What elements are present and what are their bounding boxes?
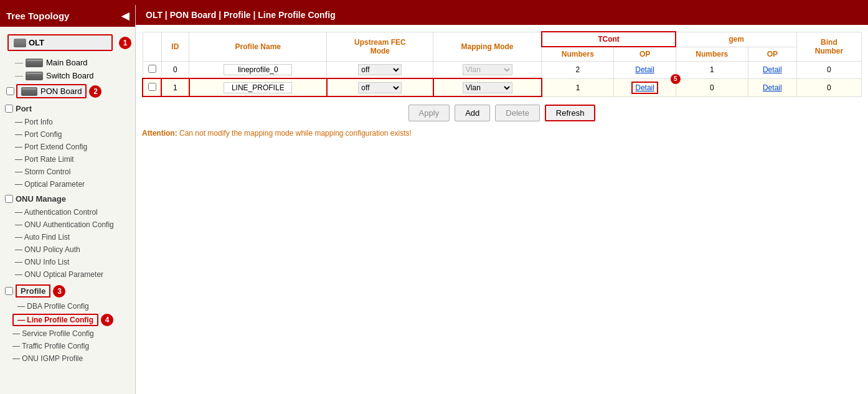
row1-mapping-select[interactable]: VlanGemPortTcontGem	[463, 82, 512, 93]
olt-icon	[14, 39, 26, 47]
col-gem-op-header: OP	[748, 47, 796, 62]
onu-section-header[interactable]: ONU Manage	[0, 192, 135, 206]
step-badge-1: 1	[119, 37, 131, 49]
col-gem-numbers-header: Numbers	[676, 47, 748, 62]
nav-item-port-info[interactable]: — Port Info	[0, 116, 135, 128]
row1-fec-cell: offon	[327, 78, 433, 96]
col-tcont-header: TCont	[542, 32, 676, 47]
col-gem-header: gem	[676, 32, 796, 47]
col-upstream-header: Upstream FECMode	[327, 32, 433, 62]
step-badge-2: 2	[89, 85, 101, 98]
switch-board-node[interactable]: — Switch Board	[0, 69, 135, 82]
row1-checkbox[interactable]	[148, 83, 156, 91]
olt-node[interactable]: OLT	[7, 34, 113, 51]
row0-mapping-select[interactable]: VlanGemPortTcontGem	[463, 64, 512, 75]
nav-item-auth-control[interactable]: — Authentication Control	[0, 206, 135, 218]
sidebar-title: Tree Topology	[6, 11, 69, 21]
row1-mapping-cell: VlanGemPortTcontGem	[433, 78, 542, 96]
nav-item-optical-param[interactable]: — Optical Parameter	[0, 178, 135, 190]
nav-item-igmp-profile[interactable]: — ONU IGMP Profile	[0, 352, 135, 365]
row0-gem-numbers-cell: 1	[676, 62, 748, 79]
row0-tcont-op-cell: Detail	[614, 62, 676, 79]
row1-checkbox-cell	[143, 78, 161, 96]
row0-checkbox[interactable]	[148, 65, 156, 73]
collapse-arrow-icon[interactable]: ◀	[121, 10, 129, 22]
row0-checkbox-cell	[143, 62, 161, 79]
pon-board-icon	[21, 87, 37, 96]
row1-tcont-detail-link[interactable]: Detail	[631, 82, 658, 94]
top-bar	[0, 0, 868, 5]
pon-board-checkbox[interactable]	[6, 87, 14, 95]
sidebar: Tree Topology ◀ OLT 1 — Main Board —	[0, 5, 136, 394]
row0-id-cell: 0	[161, 62, 189, 79]
content-area: OLT | PON Board | Profile | Line Profile…	[136, 5, 868, 394]
main-board-label: Main Board	[46, 58, 87, 67]
table-container: ID Profile Name Upstream FECMode Mapping…	[142, 31, 862, 97]
refresh-button[interactable]: Refresh	[545, 105, 596, 121]
delete-button[interactable]: Delete	[495, 105, 540, 121]
nav-item-onu-policy[interactable]: — ONU Policy Auth	[0, 243, 135, 256]
olt-label: OLT	[29, 38, 44, 47]
action-buttons: Apply Add Delete Refresh	[142, 105, 862, 121]
row1-bind-cell: 0	[796, 78, 861, 96]
col-checkbox-header	[143, 32, 161, 62]
line-profile-table: ID Profile Name Upstream FECMode Mapping…	[142, 31, 862, 97]
port-section-header[interactable]: Port	[0, 101, 135, 116]
attention-text: Can not modify the mapping mode while ma…	[179, 129, 412, 138]
step-badge-5: 5	[671, 74, 681, 84]
row0-fec-cell: offon	[327, 62, 433, 79]
switch-board-icon	[26, 72, 43, 80]
row0-gem-detail-link[interactable]: Detail	[763, 65, 782, 74]
col-tcont-op-header: OP	[614, 47, 676, 62]
col-bind-header: BindNumber	[796, 32, 861, 62]
main-board-node[interactable]: — Main Board	[0, 56, 135, 69]
add-button[interactable]: Add	[455, 105, 490, 121]
content-body: ID Profile Name Upstream FECMode Mapping…	[136, 25, 868, 394]
sidebar-header: Tree Topology ◀	[0, 5, 135, 27]
row0-profile-name-input[interactable]	[224, 64, 292, 75]
col-mapping-header: Mapping Mode	[433, 32, 542, 62]
nav-item-traffic-profile[interactable]: — Traffic Profile Config	[0, 340, 135, 352]
table-row: 0 offon VlanGemPortTc	[143, 62, 862, 79]
profile-section-checkbox[interactable]	[5, 287, 13, 295]
nav-item-service-profile[interactable]: — Service Profile Config	[0, 327, 135, 340]
pon-board-label: PON Board	[40, 87, 82, 96]
nav-item-dba-profile[interactable]: — DBA Profile Config	[0, 300, 135, 312]
switch-board-label: Switch Board	[46, 71, 94, 80]
nav-item-onu-auth-config[interactable]: — ONU Authentication Config	[0, 218, 135, 231]
attention-label: Attention:	[142, 129, 177, 138]
port-section: Port — Port Info — Port Config — Port Ex…	[0, 101, 135, 190]
main-board-icon	[26, 59, 43, 67]
row0-gem-op-cell: Detail	[748, 62, 796, 79]
pon-board-node[interactable]: PON Board	[16, 84, 87, 98]
port-section-checkbox[interactable]	[5, 105, 13, 113]
nav-item-auto-find[interactable]: — Auto Find List	[0, 231, 135, 243]
row1-profile-name-input[interactable]	[224, 82, 292, 93]
nav-item-port-config[interactable]: — Port Config	[0, 128, 135, 141]
nav-item-line-profile[interactable]: — Line Profile Config	[12, 314, 98, 326]
nav-item-storm-control[interactable]: — Storm Control	[0, 166, 135, 178]
row1-gem-numbers-cell: 0	[676, 78, 748, 96]
nav-item-onu-info[interactable]: — ONU Info List	[0, 256, 135, 268]
row1-gem-detail-link[interactable]: Detail	[763, 83, 782, 92]
nav-item-port-extend[interactable]: — Port Extend Config	[0, 141, 135, 153]
nav-item-port-rate[interactable]: — Port Rate Limit	[0, 153, 135, 166]
onu-section: ONU Manage — Authentication Control — ON…	[0, 192, 135, 281]
table-row: 1 offon VlanGemPortTc	[143, 78, 862, 96]
row0-bind-cell: 0	[796, 62, 861, 79]
row0-mapping-cell: VlanGemPortTcontGem	[433, 62, 542, 79]
table-header-row-1: ID Profile Name Upstream FECMode Mapping…	[143, 32, 862, 47]
col-tcont-numbers-header: Numbers	[542, 47, 614, 62]
row0-fec-select[interactable]: offon	[358, 64, 402, 75]
profile-section: Profile 3 — DBA Profile Config — Line Pr…	[0, 282, 135, 365]
apply-button[interactable]: Apply	[408, 105, 450, 121]
nav-item-onu-optical[interactable]: — ONU Optical Parameter	[0, 268, 135, 281]
attention-message: Attention: Can not modify the mapping mo…	[142, 129, 862, 138]
profile-section-label: Profile	[16, 284, 50, 298]
row1-fec-select[interactable]: offon	[358, 82, 402, 93]
onu-section-checkbox[interactable]	[5, 195, 13, 203]
row1-gem-op-cell: Detail	[748, 78, 796, 96]
step-badge-3: 3	[53, 285, 65, 298]
profile-section-header[interactable]: Profile 3	[0, 282, 135, 300]
row0-tcont-detail-link[interactable]: Detail	[635, 65, 654, 74]
